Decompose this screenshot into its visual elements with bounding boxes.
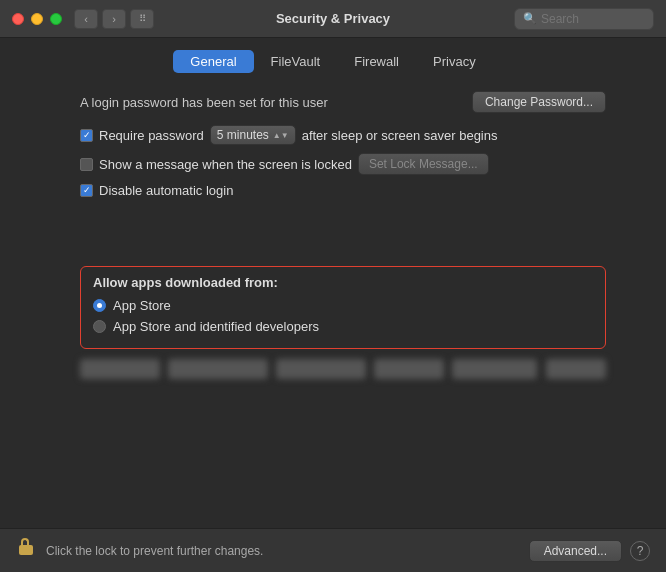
allow-apps-section: Allow apps downloaded from: App Store Ap… [80,266,606,349]
lock-shackle [21,538,29,545]
radio-identified[interactable] [93,320,106,333]
change-password-button[interactable]: Change Password... [472,91,606,113]
traffic-lights [12,13,62,25]
blurred-block-4 [374,359,444,379]
require-password-dropdown[interactable]: 5 minutes ▲▼ [210,125,296,145]
search-box[interactable]: 🔍 [514,8,654,30]
set-lock-message-button[interactable]: Set Lock Message... [358,153,489,175]
require-password-row: ✓ Require password 5 minutes ▲▼ after sl… [80,125,606,145]
bottom-bar: Click the lock to prevent further change… [0,528,666,572]
titlebar: ‹ › ⠿ Security & Privacy 🔍 [0,0,666,38]
blurred-block-5 [452,359,537,379]
window-title: Security & Privacy [276,11,390,26]
lock-icon[interactable] [16,539,36,563]
require-password-suffix: after sleep or screen saver begins [302,128,498,143]
close-button[interactable] [12,13,24,25]
forward-button[interactable]: › [102,9,126,29]
blurred-block-1 [80,359,160,379]
minimize-button[interactable] [31,13,43,25]
radio-app-store[interactable] [93,299,106,312]
blurred-block-3 [276,359,366,379]
lock-body [19,545,33,555]
search-icon: 🔍 [523,12,537,25]
disable-login-row: ✓ Disable automatic login [80,183,606,198]
grid-button[interactable]: ⠿ [130,9,154,29]
tabs-bar: General FileVault Firewall Privacy [0,38,666,81]
tab-privacy[interactable]: Privacy [416,50,493,73]
lock-label: Click the lock to prevent further change… [46,544,529,558]
checkmark-icon: ✓ [83,131,91,140]
grid-icon: ⠿ [139,13,146,24]
help-icon: ? [637,544,644,558]
disable-login-checkbox[interactable]: ✓ [80,184,93,197]
forward-icon: › [112,13,116,25]
radio-dot [97,303,102,308]
back-button[interactable]: ‹ [74,9,98,29]
radio-identified-row: App Store and identified developers [93,319,593,334]
blurred-block-2 [168,359,268,379]
advanced-button[interactable]: Advanced... [529,540,622,562]
allow-apps-label: Allow apps downloaded from: [93,275,593,290]
show-message-label: Show a message when the screen is locked [99,157,352,172]
nav-buttons: ‹ › [74,9,126,29]
blurred-spacer [80,206,606,266]
radio-identified-label: App Store and identified developers [113,319,319,334]
tab-firewall[interactable]: Firewall [337,50,416,73]
require-password-label: Require password [99,128,204,143]
checkmark-icon: ✓ [83,186,91,195]
radio-app-store-row: App Store [93,298,593,313]
tab-general[interactable]: General [173,50,253,73]
disable-login-label: Disable automatic login [99,183,233,198]
show-message-row: Show a message when the screen is locked… [80,153,606,175]
radio-app-store-label: App Store [113,298,171,313]
blurred-content-row [80,359,606,379]
blurred-block-6 [546,359,606,379]
help-button[interactable]: ? [630,541,650,561]
login-password-row: A login password has been set for this u… [80,91,606,113]
dropdown-arrow-icon: ▲▼ [273,131,289,140]
back-icon: ‹ [84,13,88,25]
search-input[interactable] [541,12,645,26]
maximize-button[interactable] [50,13,62,25]
show-message-checkbox[interactable] [80,158,93,171]
tab-filevault[interactable]: FileVault [254,50,338,73]
main-content: A login password has been set for this u… [0,81,666,389]
login-message: A login password has been set for this u… [80,95,328,110]
require-password-checkbox[interactable]: ✓ [80,129,93,142]
